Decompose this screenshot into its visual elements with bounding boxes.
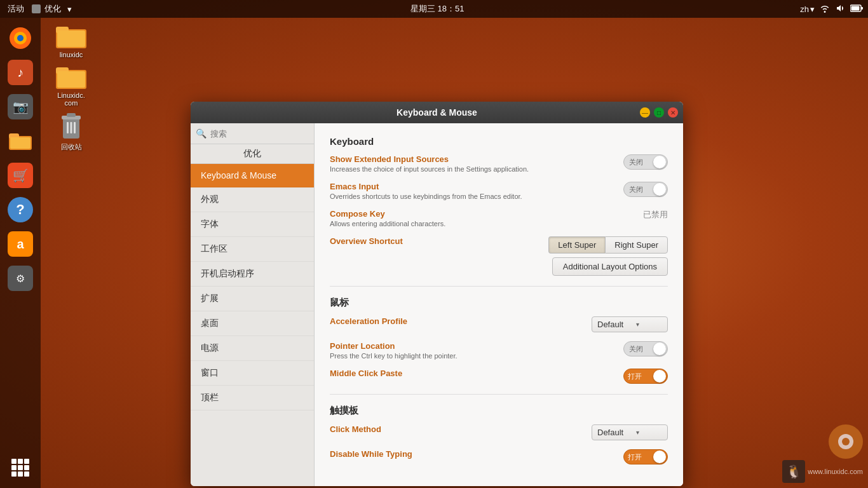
setting-row-pointer: Pointer Location Press the Ctrl key to h… (330, 341, 668, 360)
watermark-text: www.linuxidc.com (808, 468, 863, 475)
compose-label: Compose Key (330, 209, 597, 219)
click-method-value: Default (597, 428, 623, 437)
acceleration-dropdown[interactable]: Default ▾ (592, 316, 668, 332)
dialog-title: Keyboard & Mouse (196, 107, 678, 118)
svg-rect-19 (67, 122, 69, 133)
show-extended-toggle-label: 关闭 (624, 158, 643, 167)
pointer-toggle-label: 关闭 (624, 344, 643, 354)
setting-row-emacs: Emacs Input Overrides shortcuts to use k… (330, 182, 668, 200)
sidebar-item-topbar[interactable]: 顶栏 (191, 386, 314, 410)
dock-item-amazon[interactable]: a (5, 229, 36, 259)
svg-rect-9 (10, 137, 31, 149)
mouse-touchpad-divider (330, 394, 668, 395)
search-input[interactable] (210, 129, 309, 139)
desktop-icons-area: linuxidc Linuxidc. com 回收站 (46, 23, 97, 152)
compose-desc: Allows entering additional characters. (330, 220, 597, 227)
sidebar-item-fonts[interactable]: 字体 (191, 212, 314, 237)
right-super-button[interactable]: Right Super (605, 236, 668, 254)
dock-item-help[interactable]: ? (5, 194, 36, 225)
dock-item-software[interactable]: 🛒 (5, 160, 36, 191)
watermark: 🐧 www.linuxidc.com (782, 424, 863, 483)
settings-dialog: Keyboard & Mouse — □ ✕ 🔍 优化 Keyboard & M… (191, 102, 683, 486)
sidebar-item-keyboard-mouse[interactable]: Keyboard & Mouse (191, 164, 314, 187)
volume-icon (835, 3, 845, 15)
disable-typing-toggle[interactable]: 打开 (623, 449, 668, 464)
window-maximize-button[interactable]: □ (654, 107, 664, 118)
app-name-label: 优化 (191, 144, 314, 164)
wifi-icon (820, 3, 830, 15)
app-menu-icon (32, 4, 41, 13)
svg-rect-20 (71, 122, 72, 133)
battery-icon (850, 4, 863, 15)
dock-item-camera[interactable]: 📷 (5, 92, 36, 122)
additional-layout-options-button[interactable]: Additional Layout Options (552, 257, 668, 276)
click-method-label: Click Method (330, 424, 592, 434)
sidebar-item-desktop[interactable]: 桌面 (191, 311, 314, 336)
app-menu-button[interactable]: 优化 (42, 3, 64, 15)
topbar: 活动 优化 ▾ 星期三 18：51 zh ▾ (0, 0, 868, 18)
toggle-circle (653, 156, 666, 168)
svg-rect-15 (57, 71, 85, 88)
overview-label: Overview Shortcut (330, 236, 548, 246)
middle-click-label: Middle Click Paste (330, 369, 597, 378)
window-controls: — □ ✕ (640, 107, 678, 118)
keyboard-mouse-divider (330, 286, 668, 287)
setting-row-disable-typing: Disable While Typing 打开 (330, 449, 668, 464)
desktop-icon-linuxidc[interactable]: linuxidc (46, 23, 97, 58)
emacs-toggle-circle (653, 183, 666, 196)
svg-point-6 (17, 35, 24, 41)
svg-rect-18 (67, 113, 76, 117)
setting-row-middle-click: Middle Click Paste 打开 (330, 369, 668, 384)
desktop-icon-trash-label: 回收站 (61, 142, 82, 152)
sidebar-item-extensions[interactable]: 扩展 (191, 287, 314, 311)
emacs-toggle-label: 关闭 (624, 185, 643, 194)
search-area: 🔍 (191, 123, 314, 144)
sidebar-item-power[interactable]: 电源 (191, 336, 314, 361)
window-minimize-button[interactable]: — (640, 107, 650, 118)
pointer-desc: Press the Ctrl key to highlight the poin… (330, 352, 597, 360)
desktop-icon-linuxidc-label: linuxidc (60, 51, 83, 58)
disable-typing-label: Disable While Typing (330, 449, 597, 459)
emacs-label: Emacs Input (330, 182, 597, 191)
desktop-icon-linuxidccom[interactable]: Linuxidc. com (46, 64, 97, 107)
search-icon: 🔍 (196, 128, 207, 139)
sidebar-item-window[interactable]: 窗口 (191, 361, 314, 386)
svg-point-23 (842, 438, 850, 445)
app-menu-arrow[interactable]: ▾ (65, 4, 74, 14)
desktop-icon-trash[interactable]: 回收站 (46, 112, 97, 152)
activities-button[interactable]: 活动 (5, 3, 27, 15)
desktop-icon-linuxidccom-label: Linuxidc. com (57, 92, 85, 107)
dialog-sidebar: 🔍 优化 Keyboard & Mouse 外观 字体 工作区 开机启动程序 扩… (191, 123, 315, 486)
folder-icon (56, 23, 86, 50)
sidebar-item-startup[interactable]: 开机启动程序 (191, 262, 314, 287)
left-super-button[interactable]: Left Super (548, 236, 605, 254)
lang-button[interactable]: zh ▾ (800, 4, 815, 14)
overview-controls: Left Super Right Super Additional Layout… (548, 236, 668, 276)
acceleration-label: Acceleration Profile (330, 316, 592, 326)
sidebar-item-appearance[interactable]: 外观 (191, 187, 314, 212)
touchpad-section-header: 触摸板 (330, 405, 668, 417)
middle-click-toggle[interactable]: 打开 (623, 369, 668, 384)
dock-item-firefox[interactable] (5, 23, 36, 53)
show-extended-label: Show Extended Input Sources (330, 154, 597, 164)
dock-item-appgrid[interactable] (5, 452, 36, 483)
show-extended-toggle[interactable]: 关闭 (623, 154, 668, 170)
dialog-titlebar: Keyboard & Mouse — □ ✕ (191, 102, 683, 123)
window-close-button[interactable]: ✕ (668, 107, 678, 118)
emacs-toggle[interactable]: 关闭 (623, 182, 668, 197)
pointer-label: Pointer Location (330, 341, 597, 351)
dock-item-unity[interactable]: ⚙ (5, 263, 36, 294)
pointer-toggle[interactable]: 关闭 (623, 341, 668, 356)
click-method-dropdown[interactable]: Default ▾ (592, 424, 668, 440)
dock-item-files[interactable] (5, 126, 36, 156)
folder-icon-2 (56, 64, 86, 90)
svg-rect-2 (851, 6, 860, 10)
middle-click-toggle-label: 打开 (624, 372, 642, 381)
middle-click-toggle-circle (653, 370, 666, 383)
overview-btn-group: Left Super Right Super (548, 236, 668, 254)
firefox-icon (8, 26, 32, 50)
dock-item-rhythmbox[interactable]: ♪ (5, 57, 36, 88)
sidebar-item-workspaces[interactable]: 工作区 (191, 237, 314, 262)
svg-rect-12 (57, 30, 85, 47)
show-extended-desc: Increases the choice of input sources in… (330, 165, 597, 173)
